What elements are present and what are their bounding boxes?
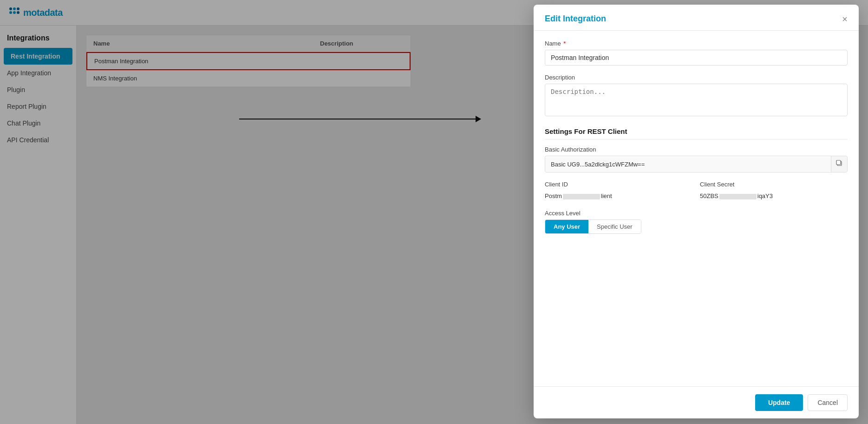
client-id-masked — [563, 194, 600, 199]
svg-rect-1 — [836, 160, 841, 165]
client-secret-form-group: Client Secret 50ZBSiqaY3 — [700, 181, 848, 201]
client-id-form-group: Client ID Postmlient — [545, 181, 692, 201]
update-button[interactable]: Update — [755, 394, 803, 411]
basic-auth-field: Basic UG9...5a2dlckg1cWFZMw== — [545, 156, 848, 172]
cancel-button[interactable]: Cancel — [808, 394, 848, 411]
specific-user-button[interactable]: Specific User — [588, 220, 641, 233]
edit-integration-modal: Edit Integration × Name * Description Se… — [534, 5, 859, 418]
name-required: * — [563, 40, 566, 47]
any-user-button[interactable]: Any User — [545, 220, 588, 233]
name-form-group: Name * — [545, 40, 848, 66]
basic-auth-label: Basic Authorization — [545, 146, 848, 153]
modal-close-button[interactable]: × — [842, 14, 848, 24]
modal-body: Name * Description Settings For REST Cli… — [534, 31, 859, 386]
name-input[interactable] — [545, 50, 848, 66]
client-id-value: Postmlient — [545, 191, 692, 201]
basic-auth-value: Basic UG9...5a2dlckg1cWFZMw== — [545, 157, 831, 172]
description-form-group: Description — [545, 74, 848, 118]
client-secret-value: 50ZBSiqaY3 — [700, 191, 848, 201]
modal-header: Edit Integration × — [534, 5, 859, 31]
access-level-label: Access Level — [545, 210, 848, 217]
access-level-group: Any User Specific User — [545, 219, 641, 234]
modal-title: Edit Integration — [545, 14, 606, 24]
client-secret-masked — [719, 194, 757, 199]
description-textarea[interactable] — [545, 84, 848, 116]
description-label: Description — [545, 74, 848, 81]
settings-section-title: Settings For REST Client — [545, 127, 848, 139]
copy-auth-button[interactable] — [831, 156, 847, 172]
name-label: Name * — [545, 40, 848, 47]
client-fields-row: Client ID Postmlient Client Secret 50ZBS… — [545, 181, 848, 210]
client-secret-label: Client Secret — [700, 181, 848, 188]
basic-auth-form-group: Basic Authorization Basic UG9...5a2dlckg… — [545, 146, 848, 172]
client-id-label: Client ID — [545, 181, 692, 188]
modal-footer: Update Cancel — [534, 386, 859, 418]
access-level-form-group: Access Level Any User Specific User — [545, 210, 848, 234]
